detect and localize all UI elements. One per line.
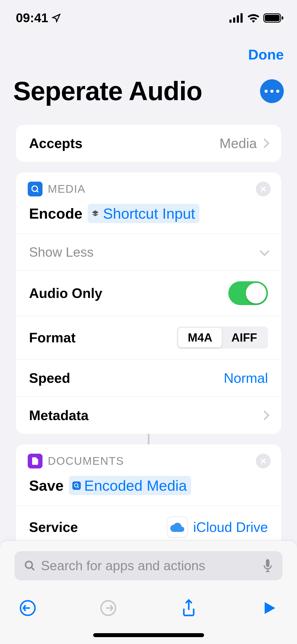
service-value: iCloud Drive <box>193 519 268 535</box>
svg-rect-5 <box>265 15 280 21</box>
audio-only-toggle[interactable] <box>228 281 268 305</box>
encode-action-line: Encode Shortcut Input <box>16 199 281 234</box>
format-row: Format M4A AIFF <box>16 316 281 359</box>
svg-rect-8 <box>72 481 81 490</box>
show-less-row[interactable]: Show Less <box>16 234 281 270</box>
home-indicator[interactable] <box>93 633 204 637</box>
accepts-value-group: Media <box>219 135 268 151</box>
save-card-header: DOCUMENTS <box>16 444 281 471</box>
encode-media-action-card: MEDIA Encode Shortcut Input Show Less Au… <box>16 172 281 434</box>
cellular-icon <box>229 13 244 23</box>
search-icon <box>24 560 36 572</box>
save-action-line: Save Encoded Media <box>16 471 281 506</box>
status-indicators <box>229 13 284 23</box>
save-category-label: DOCUMENTS <box>48 455 124 467</box>
accepts-label: Accepts <box>29 135 82 151</box>
microphone-icon[interactable] <box>262 559 273 572</box>
battery-icon <box>263 13 284 23</box>
status-bar: 09:41 <box>0 0 297 30</box>
status-time-group: 09:41 <box>16 11 61 25</box>
status-time: 09:41 <box>16 11 48 25</box>
remove-save-action-button[interactable] <box>256 454 271 468</box>
speed-value: Normal <box>224 370 268 386</box>
search-placeholder: Search for apps and actions <box>41 558 257 573</box>
metadata-label: Metadata <box>29 407 88 423</box>
format-option-aiff[interactable]: AIFF <box>222 328 267 347</box>
audio-only-label: Audio Only <box>29 285 102 301</box>
save-token-label: Encoded Media <box>84 477 187 494</box>
speed-label: Speed <box>29 370 70 386</box>
svg-rect-2 <box>237 15 239 23</box>
play-button[interactable] <box>260 599 279 617</box>
layers-icon <box>90 209 100 219</box>
icloud-icon <box>167 517 188 538</box>
quicktime-icon <box>28 182 43 196</box>
wifi-icon <box>247 13 260 23</box>
done-button[interactable]: Done <box>248 46 284 63</box>
chevron-right-icon <box>260 411 270 420</box>
documents-icon <box>28 454 43 468</box>
more-button[interactable] <box>260 79 284 103</box>
svg-point-7 <box>32 186 37 191</box>
chevron-right-icon <box>260 139 270 148</box>
svg-rect-6 <box>282 16 283 20</box>
undo-button[interactable] <box>18 599 37 617</box>
share-button[interactable] <box>180 599 198 617</box>
service-label: Service <box>29 519 78 535</box>
redo-button[interactable] <box>99 599 117 617</box>
search-bar[interactable]: Search for apps and actions <box>15 551 282 580</box>
shortcut-input-token[interactable]: Shortcut Input <box>88 204 199 223</box>
remove-encode-action-button[interactable] <box>256 182 271 196</box>
accepts-card: Accepts Media <box>16 125 281 162</box>
svg-rect-1 <box>233 17 235 23</box>
svg-rect-3 <box>241 13 243 23</box>
svg-rect-0 <box>229 20 232 23</box>
encoded-media-token[interactable]: Encoded Media <box>69 476 191 495</box>
page-title: Seperate Audio <box>13 76 202 106</box>
format-option-m4a[interactable]: M4A <box>178 328 222 347</box>
audio-only-row: Audio Only <box>16 270 281 316</box>
bottom-panel: Search for apps and actions <box>0 540 297 644</box>
save-verb: Save <box>29 477 64 494</box>
quicktime-small-icon <box>72 481 82 491</box>
format-label: Format <box>29 330 76 346</box>
accepts-row[interactable]: Accepts Media <box>16 125 281 162</box>
metadata-row[interactable]: Metadata <box>16 397 281 434</box>
svg-point-10 <box>26 562 32 568</box>
action-connector <box>148 434 149 444</box>
location-icon <box>51 13 61 23</box>
chevron-down-icon <box>260 246 270 256</box>
encode-card-header: MEDIA <box>16 172 281 199</box>
speed-row[interactable]: Speed Normal <box>16 359 281 397</box>
encode-category-label: MEDIA <box>48 183 86 195</box>
show-less-label: Show Less <box>29 245 94 260</box>
format-segmented-control[interactable]: M4A AIFF <box>177 326 268 349</box>
accepts-value: Media <box>219 135 257 151</box>
svg-rect-11 <box>266 559 269 567</box>
encode-verb: Encode <box>29 205 82 222</box>
encode-token-label: Shortcut Input <box>103 205 195 222</box>
bottom-toolbar <box>0 591 297 633</box>
